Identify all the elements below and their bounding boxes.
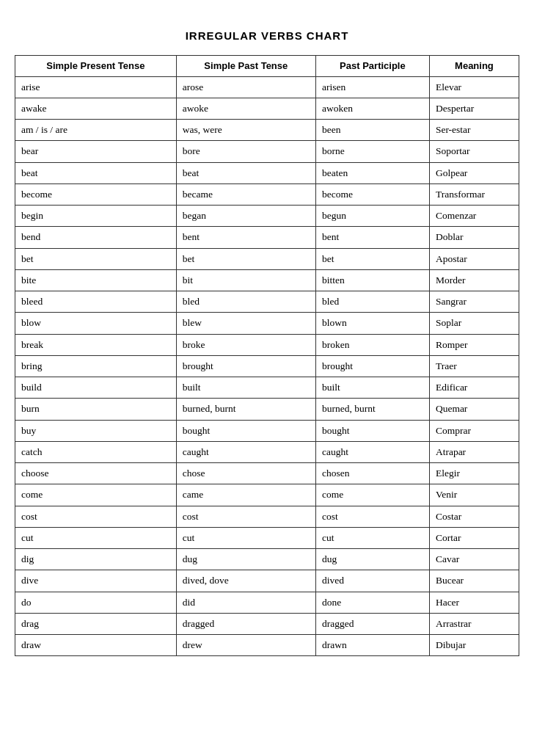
table-cell: Comenzar: [429, 206, 519, 227]
table-cell: cut: [315, 527, 429, 548]
table-cell: beat: [15, 162, 177, 183]
table-cell: burned, burnt: [315, 399, 429, 420]
table-header-row: Simple Present Tense Simple Past Tense P…: [15, 56, 519, 77]
table-cell: Cavar: [429, 549, 519, 570]
table-row: dragdraggeddraggedArrastrar: [15, 613, 519, 634]
table-cell: bought: [315, 420, 429, 441]
table-cell: Elevar: [429, 76, 519, 98]
table-cell: Bucear: [429, 570, 519, 592]
table-row: becomebecamebecomeTransformar: [15, 183, 519, 205]
table-cell: bore: [176, 141, 315, 162]
table-cell: blown: [315, 313, 429, 334]
table-cell: cut: [15, 527, 177, 548]
table-cell: bear: [15, 141, 177, 162]
table-cell: bet: [15, 248, 177, 269]
table-cell: am / is / are: [15, 120, 177, 141]
table-row: awakeawokeawokenDespertar: [15, 98, 519, 119]
table-cell: Sangrar: [429, 291, 519, 313]
table-row: bleedbledbledSangrar: [15, 291, 519, 313]
table-cell: Soplar: [429, 313, 519, 334]
table-row: catchcaughtcaughtAtrapar: [15, 441, 519, 462]
table-cell: dived, dove: [176, 570, 315, 592]
table-cell: Golpear: [429, 162, 519, 183]
table-cell: Dibujar: [429, 635, 519, 656]
table-cell: Romper: [429, 334, 519, 355]
table-cell: dig: [15, 549, 177, 570]
table-row: beginbeganbegunComenzar: [15, 206, 519, 227]
table-cell: brought: [315, 355, 429, 377]
table-cell: dug: [176, 549, 315, 570]
table-cell: beat: [176, 162, 315, 183]
table-cell: break: [15, 334, 177, 355]
table-cell: bet: [315, 248, 429, 269]
table-cell: chosen: [315, 463, 429, 484]
table-cell: began: [176, 206, 315, 227]
table-cell: bought: [176, 420, 315, 441]
table-cell: buy: [15, 420, 177, 441]
table-cell: bet: [176, 248, 315, 269]
table-cell: broken: [315, 334, 429, 355]
table-cell: catch: [15, 441, 177, 462]
table-cell: Despertar: [429, 98, 519, 119]
table-cell: begun: [315, 206, 429, 227]
table-cell: Cortar: [429, 527, 519, 548]
table-cell: became: [176, 183, 315, 205]
table-cell: arose: [176, 76, 315, 98]
table-cell: bent: [315, 227, 429, 248]
header-present: Simple Present Tense: [15, 56, 177, 77]
table-row: bringbroughtbroughtTraer: [15, 355, 519, 377]
table-cell: awake: [15, 98, 177, 119]
header-participle: Past Participle: [315, 56, 429, 77]
table-cell: bleed: [15, 291, 177, 313]
table-row: arisearosearisenElevar: [15, 76, 519, 98]
table-cell: done: [315, 592, 429, 613]
table-cell: cost: [15, 506, 177, 527]
table-cell: blew: [176, 313, 315, 334]
table-cell: beaten: [315, 162, 429, 183]
table-cell: built: [315, 377, 429, 399]
table-cell: awoke: [176, 98, 315, 119]
table-row: drawdrewdrawnDibujar: [15, 635, 519, 656]
table-row: choosechosechosenElegir: [15, 463, 519, 484]
table-cell: Quemar: [429, 399, 519, 420]
table-cell: awoken: [315, 98, 429, 119]
table-cell: Morder: [429, 269, 519, 291]
table-row: bendbentbentDoblar: [15, 227, 519, 248]
table-cell: become: [15, 183, 177, 205]
table-cell: Arrastrar: [429, 613, 519, 634]
header-meaning: Meaning: [429, 56, 519, 77]
table-cell: come: [315, 484, 429, 506]
table-cell: Transformar: [429, 183, 519, 205]
table-cell: choose: [15, 463, 177, 484]
table-cell: came: [176, 484, 315, 506]
table-row: bitebitbittenMorder: [15, 269, 519, 291]
table-cell: Comprar: [429, 420, 519, 441]
table-row: dodiddoneHacer: [15, 592, 519, 613]
table-cell: arisen: [315, 76, 429, 98]
table-cell: broke: [176, 334, 315, 355]
table-cell: Hacer: [429, 592, 519, 613]
table-row: beatbeatbeatenGolpear: [15, 162, 519, 183]
table-cell: was, were: [176, 120, 315, 141]
table-cell: borne: [315, 141, 429, 162]
table-cell: caught: [315, 441, 429, 462]
table-cell: cost: [315, 506, 429, 527]
table-cell: drag: [15, 613, 177, 634]
table-cell: build: [15, 377, 177, 399]
table-cell: drew: [176, 635, 315, 656]
table-cell: draw: [15, 635, 177, 656]
table-cell: chose: [176, 463, 315, 484]
table-row: blowblewblownSoplar: [15, 313, 519, 334]
table-cell: bled: [176, 291, 315, 313]
table-row: am / is / arewas, werebeenSer-estar: [15, 120, 519, 141]
table-cell: Soportar: [429, 141, 519, 162]
table-body: arisearosearisenElevarawakeawokeawokenDe…: [15, 76, 519, 656]
table-row: breakbrokebrokenRomper: [15, 334, 519, 355]
table-cell: Traer: [429, 355, 519, 377]
table-cell: drawn: [315, 635, 429, 656]
table-cell: Edificar: [429, 377, 519, 399]
table-cell: dug: [315, 549, 429, 570]
table-cell: Elegir: [429, 463, 519, 484]
table-cell: caught: [176, 441, 315, 462]
table-cell: brought: [176, 355, 315, 377]
